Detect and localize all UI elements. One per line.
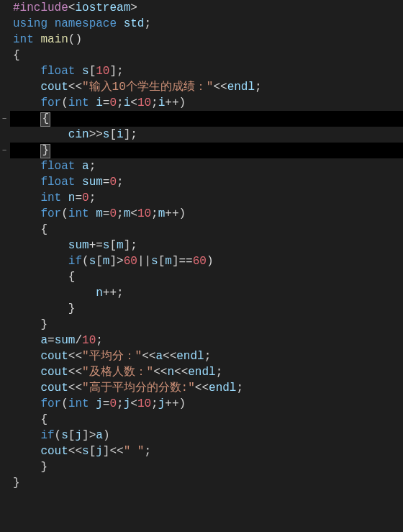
- token: [: [109, 128, 117, 141]
- token: " ": [124, 445, 145, 458]
- token: int: [68, 207, 89, 220]
- indent: [13, 334, 40, 347]
- token: cin: [68, 128, 89, 141]
- token: ;: [216, 366, 223, 379]
- token: cout: [40, 366, 68, 379]
- token: [: [96, 255, 103, 268]
- token: >: [89, 429, 96, 442]
- token: ;: [89, 191, 96, 204]
- code-line: n++;: [0, 285, 403, 301]
- token: 0: [109, 176, 117, 189]
- token: [: [158, 255, 166, 268]
- token: 10: [137, 96, 151, 109]
- token: 60: [193, 255, 207, 268]
- code-line: sum+=s[m];: [0, 238, 403, 253]
- token: {: [68, 271, 76, 284]
- indent: [13, 302, 68, 315]
- token: #include: [13, 1, 68, 14]
- token: (): [68, 33, 82, 46]
- token: float: [40, 176, 75, 189]
- indent: [13, 207, 40, 220]
- code-line: a=sum/10;: [0, 333, 403, 348]
- token: (: [61, 397, 68, 410]
- token: for: [40, 207, 61, 220]
- token: n: [68, 191, 76, 204]
- token: (: [61, 207, 68, 220]
- indent: [13, 271, 68, 284]
- token: j: [124, 397, 131, 410]
- token: n: [167, 366, 174, 379]
- code-line: #include<iostream>: [0, 0, 403, 16]
- indent: [13, 144, 40, 157]
- indent: [13, 128, 68, 141]
- fold-marker: –: [0, 111, 9, 127]
- token: ++: [165, 397, 178, 410]
- token: i: [124, 96, 131, 109]
- code-line: {: [0, 222, 403, 238]
- token: sum: [82, 176, 103, 189]
- token: ;: [144, 445, 151, 458]
- token: <<: [213, 81, 227, 94]
- token: m: [158, 207, 166, 220]
- token: ];: [124, 128, 137, 141]
- token: {: [13, 49, 20, 62]
- token: cout: [40, 445, 68, 458]
- indent: [13, 255, 68, 268]
- token: ;: [204, 350, 212, 363]
- token: >: [130, 1, 137, 14]
- token: 0: [109, 397, 117, 410]
- indent: [13, 445, 40, 458]
- token: [: [68, 429, 76, 442]
- token: a: [82, 160, 89, 173]
- code-line: float sum=0;: [0, 174, 403, 190]
- token: m: [96, 207, 103, 220]
- indent: [13, 65, 40, 78]
- token: [: [89, 65, 96, 78]
- token: i: [158, 96, 166, 109]
- token: ;: [117, 287, 124, 299]
- token: (: [82, 255, 89, 268]
- token: {: [42, 112, 49, 125]
- token: endl: [209, 382, 236, 395]
- token: ]: [172, 255, 179, 268]
- token: <<: [68, 350, 82, 363]
- token: =: [47, 334, 55, 347]
- token: <<: [68, 382, 82, 395]
- token: ];: [124, 239, 137, 252]
- token: iostream: [75, 1, 130, 14]
- token: j: [96, 397, 103, 410]
- token: ++: [165, 96, 178, 109]
- token: ;: [117, 207, 124, 220]
- token: <<: [163, 350, 176, 363]
- token: }: [13, 477, 20, 490]
- token: sum: [68, 239, 89, 252]
- code-line: }: [0, 301, 403, 317]
- token: ;: [96, 334, 103, 347]
- token: 10: [137, 397, 151, 410]
- token: a: [155, 350, 163, 363]
- code-line: for(int j=0;j<10;j++): [0, 396, 403, 412]
- token: {: [40, 413, 47, 426]
- code-line: if(s[m]>60||s[m]==60): [0, 253, 403, 269]
- token: cout: [40, 382, 68, 395]
- indent: [13, 239, 68, 252]
- indent: [13, 318, 40, 331]
- token: }: [68, 302, 76, 315]
- token: "高于平均分的分数:": [82, 382, 195, 395]
- token: 0: [109, 207, 117, 220]
- token: {: [40, 223, 47, 236]
- token: namespace: [55, 17, 117, 30]
- indent: [13, 96, 40, 109]
- code-line: cout<<"平均分："<<a<<endl;: [0, 348, 403, 364]
- token: ): [103, 429, 110, 442]
- token: <<: [142, 350, 155, 363]
- token: <<: [68, 81, 82, 94]
- token: <<: [174, 366, 188, 379]
- code-line: cout<<"输入10个学生的成绩："<<endl;: [0, 79, 403, 95]
- token: ;: [117, 176, 124, 189]
- token: m: [103, 255, 110, 268]
- token: sum: [55, 334, 76, 347]
- token: ;: [151, 397, 158, 410]
- indent: [13, 429, 40, 442]
- token: s: [82, 445, 89, 458]
